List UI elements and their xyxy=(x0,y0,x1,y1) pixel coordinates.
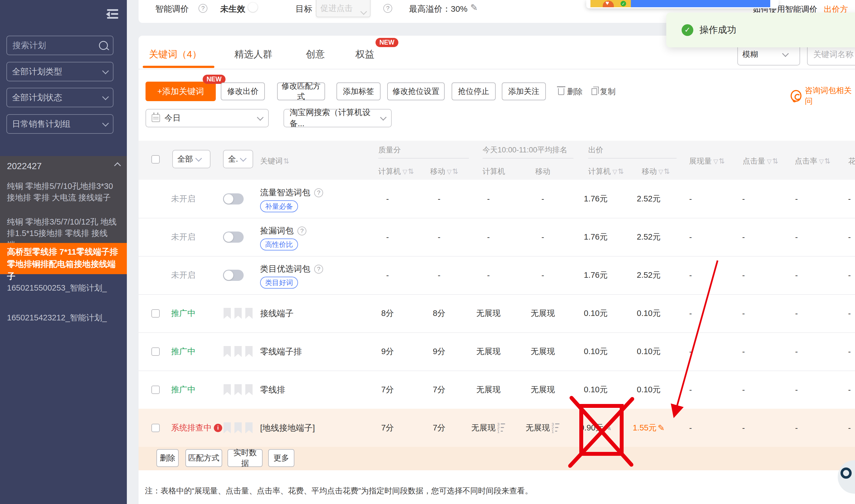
row-checkbox[interactable] xyxy=(151,309,160,318)
copy-action[interactable]: 复制 xyxy=(592,86,615,97)
edit-bid-icon[interactable]: ✎ xyxy=(605,423,612,433)
col-quality-pc[interactable]: 计算机▽⇅ xyxy=(378,166,414,176)
table-row-highlighted: 系统排查中i [地线接地端子] 7分 7分 无展现321 无展现321 0.90… xyxy=(139,409,855,447)
edit-premium-icon[interactable]: ✎ xyxy=(470,2,478,13)
sidebar-plan-item[interactable]: 1650215423212_智能计划_ xyxy=(7,312,121,323)
bookmark-icon[interactable] xyxy=(245,308,252,319)
delete-action[interactable]: 删除 xyxy=(558,86,583,97)
filter-icon[interactable]: ▽ xyxy=(447,168,452,175)
col-ctr[interactable]: 点击率▽⇅ xyxy=(795,156,831,166)
sort-icon[interactable]: ⇅ xyxy=(283,157,290,165)
collapse-sidebar-icon[interactable] xyxy=(106,9,118,19)
add-keyword-button[interactable]: +添加关键词 xyxy=(145,82,216,101)
rank-list-icon[interactable]: 321 xyxy=(497,422,506,433)
tabs-divider xyxy=(139,69,855,69)
edit-bid-icon[interactable]: ✎ xyxy=(658,423,665,433)
plan-group-select[interactable]: 日常销售计划组 xyxy=(6,114,114,134)
col-bid-mobile[interactable]: 移动▽⇅ xyxy=(642,166,670,176)
help-icon[interactable]: ? xyxy=(314,188,323,197)
row-toggle[interactable] xyxy=(223,270,244,281)
sort-icon[interactable]: ⇅ xyxy=(452,167,458,176)
bookmark-icon[interactable] xyxy=(234,346,242,357)
row-toggle[interactable] xyxy=(223,232,244,243)
bookmark-icon[interactable] xyxy=(224,422,231,433)
filter-icon[interactable]: ▽ xyxy=(659,168,663,175)
col-impressions[interactable]: 展现量▽⇅ xyxy=(689,156,725,166)
sort-icon[interactable]: ⇅ xyxy=(664,167,670,176)
row-toggle[interactable] xyxy=(223,193,244,204)
sort-icon[interactable]: ⇅ xyxy=(618,167,624,176)
plan-type-select[interactable]: 全部计划类型 xyxy=(6,62,114,82)
sort-icon[interactable]: ⇅ xyxy=(408,167,414,176)
cell-bid-mobile: 0.10元 xyxy=(628,308,669,319)
filter-all-select[interactable]: 全部 xyxy=(172,150,210,168)
filter-icon[interactable]: ▽ xyxy=(612,168,617,175)
chevron-up-icon xyxy=(114,162,121,169)
tab-benefits[interactable]: 权益 xyxy=(355,48,374,61)
bookmark-icon[interactable] xyxy=(224,308,231,319)
bookmark-icon[interactable] xyxy=(224,346,231,357)
alert-info-icon[interactable]: i xyxy=(214,424,222,432)
row-checkbox[interactable] xyxy=(151,385,160,394)
bookmark-icon[interactable] xyxy=(234,384,242,395)
target-select[interactable]: 促进点击 xyxy=(316,0,370,17)
col-keyword[interactable]: 关键词⇅ xyxy=(260,156,290,166)
stop-position-button[interactable]: 抢位停止 xyxy=(452,83,496,100)
filter-icon[interactable]: ▽ xyxy=(819,158,824,165)
cell-rank-mobile: - xyxy=(521,271,565,280)
match-type-button[interactable]: 匹配方式 xyxy=(186,449,222,467)
sidebar-plan-item[interactable]: 1650215500253_智能计划_ xyxy=(7,282,121,294)
rank-list-icon[interactable]: 321 xyxy=(552,422,560,433)
cell-rank-pc: - xyxy=(466,232,511,241)
select-all-checkbox[interactable] xyxy=(151,155,160,164)
bookmark-icon[interactable] xyxy=(234,308,242,319)
filter-sub-select[interactable]: 全. xyxy=(223,150,253,168)
tab-keywords[interactable]: 关键词（4） xyxy=(149,48,202,61)
date-range-select[interactable]: 今日 xyxy=(145,109,269,127)
bookmark-icon[interactable] xyxy=(234,422,242,433)
bookmark-icon[interactable] xyxy=(245,346,252,357)
filter-icon[interactable]: ▽ xyxy=(403,168,407,175)
chevron-down-icon xyxy=(782,50,789,57)
bookmark-icon[interactable] xyxy=(245,384,252,395)
sort-icon[interactable]: ⇅ xyxy=(772,157,778,165)
col-cost[interactable]: 花费 xyxy=(848,156,855,166)
bookmark-icon[interactable] xyxy=(224,384,231,395)
chevron-down-icon xyxy=(240,155,246,162)
help-icon[interactable]: ? xyxy=(297,227,307,235)
help-icon[interactable]: ? xyxy=(314,265,323,274)
plan-status-select[interactable]: 全部计划状态 xyxy=(6,88,114,107)
modify-position-button[interactable]: 修改抢位设置 xyxy=(387,83,444,100)
help-icon[interactable]: ? xyxy=(198,4,207,13)
col-rank-pc: 计算机 xyxy=(483,166,505,176)
tab-audience[interactable]: 精选人群 xyxy=(234,48,272,61)
col-clicks[interactable]: 点击量▽⇅ xyxy=(743,156,778,166)
modify-match-button[interactable]: 修改匹配方式 xyxy=(277,83,325,100)
plan-group-name: 2022427 xyxy=(7,161,42,172)
row-status: 推广中 xyxy=(171,346,195,357)
delete-selected-button[interactable]: 删除 xyxy=(156,449,179,467)
filter-icon[interactable]: ▽ xyxy=(713,158,718,165)
more-button[interactable]: 更多 xyxy=(268,449,294,467)
add-watch-button[interactable]: 添加关注 xyxy=(502,83,546,100)
modify-bid-button[interactable]: 修改出价 xyxy=(221,83,265,100)
channel-select[interactable]: 淘宝网搜索（计算机设备... xyxy=(283,109,392,127)
row-checkbox[interactable] xyxy=(151,424,160,432)
consult-wordpack-link[interactable]: 咨询词包相关问 xyxy=(791,85,855,106)
help-icon[interactable]: ? xyxy=(383,4,392,13)
sidebar-plan-item-selected[interactable]: 高桥型零线排 7*11零线端子排零地排铜排配电箱接地接线端子 xyxy=(0,243,127,274)
bookmark-icon[interactable] xyxy=(245,422,252,433)
realtime-data-button[interactable]: 实时数据 xyxy=(227,449,263,467)
col-quality-mobile[interactable]: 移动▽⇅ xyxy=(430,166,458,176)
sidebar-plan-item[interactable]: 纯铜 零地排5/7/10孔地排3*30接地排 零排 大电流 接线端子 xyxy=(7,181,121,203)
plan-group-header[interactable]: 2022427 xyxy=(7,161,120,172)
sort-icon[interactable]: ⇅ xyxy=(719,157,725,165)
row-checkbox[interactable] xyxy=(151,347,160,356)
filter-icon[interactable]: ▽ xyxy=(767,158,772,165)
add-tag-button[interactable]: 添加标签 xyxy=(336,83,381,100)
col-bid-pc[interactable]: 计算机▽⇅ xyxy=(588,166,624,176)
tab-creative[interactable]: 创意 xyxy=(306,48,325,61)
plan-search-input[interactable] xyxy=(12,40,97,50)
sort-icon[interactable]: ⇅ xyxy=(824,157,831,165)
plan-search-box[interactable] xyxy=(6,36,114,55)
